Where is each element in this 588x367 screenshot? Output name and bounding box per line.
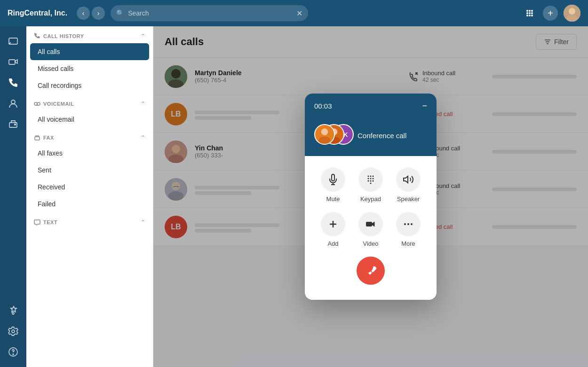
svg-point-18 [12, 330, 15, 333]
more-icon [403, 219, 414, 230]
mute-label: Mute [326, 195, 340, 203]
fax-small-icon [34, 134, 40, 141]
nav-buttons: ‹ › [77, 7, 105, 20]
svg-point-63 [404, 223, 406, 225]
sidebar-item-received[interactable]: Received [30, 179, 149, 195]
add-icon-wrapper [321, 212, 345, 236]
keypad-icon [365, 174, 376, 185]
keypad-label: Keypad [360, 195, 381, 203]
phone-icon-bar-item[interactable] [4, 73, 23, 92]
svg-point-3 [526, 12, 528, 14]
topbar: RingCentral, Inc. ‹ › 🔍 ✕ + [0, 0, 588, 26]
svg-point-5 [531, 12, 533, 14]
voicemail-icon [34, 101, 40, 107]
back-button[interactable]: ‹ [77, 7, 90, 20]
search-clear-icon[interactable]: ✕ [296, 9, 302, 18]
svg-point-51 [373, 176, 374, 177]
end-call-button[interactable] [357, 257, 385, 285]
sidebar-section-voicemail: VOICEMAIL ⌃ All voicemail [26, 94, 153, 128]
add-label: Add [327, 240, 338, 247]
mute-icon [327, 174, 339, 185]
svg-rect-62 [366, 222, 372, 226]
video-icon-bar-item[interactable] [4, 53, 23, 71]
text-header[interactable]: TEXT ⌃ [26, 212, 153, 229]
messaging-icon [8, 36, 18, 47]
avatar-image [564, 5, 580, 22]
help-icon-bar-item[interactable] [4, 343, 23, 361]
sidebar-item-all-voicemail[interactable]: All voicemail [30, 111, 149, 128]
svg-rect-16 [15, 124, 16, 125]
fax-icon-bar-item[interactable] [4, 115, 23, 133]
modal-overlay: 00:03 − [153, 26, 588, 367]
add-icon [327, 219, 339, 230]
text-icon [34, 219, 40, 226]
phone-small-icon [34, 33, 40, 39]
help-icon [8, 347, 18, 357]
voicemail-header[interactable]: VOICEMAIL ⌃ [26, 94, 153, 111]
sidebar-item-all-faxes[interactable]: All faxes [30, 145, 149, 162]
more-button[interactable]: More [396, 212, 421, 247]
more-label: More [401, 240, 415, 247]
speaker-icon [403, 174, 414, 185]
add-button[interactable]: + [543, 6, 558, 21]
svg-point-55 [368, 180, 369, 182]
sidebar-section-call-history: CALL HISTORY ⌃ All calls Missed calls Ca… [26, 26, 153, 94]
settings-icon-bar-item[interactable] [4, 322, 23, 341]
sidebar-item-all-calls[interactable]: All calls [30, 43, 149, 60]
apps-button[interactable] [522, 6, 537, 21]
contacts-icon-bar-item[interactable] [4, 94, 23, 113]
fax-chevron: ⌃ [141, 134, 145, 141]
video-icon [8, 57, 18, 67]
sidebar-item-missed-calls[interactable]: Missed calls [30, 60, 149, 77]
extensions-icon-bar-item[interactable] [4, 301, 23, 320]
svg-point-57 [373, 180, 374, 182]
search-bar[interactable]: 🔍 ✕ [111, 5, 308, 21]
main-content: All calls Filter [153, 26, 588, 367]
mute-button[interactable]: Mute [321, 167, 345, 203]
mute-icon-wrapper [321, 167, 345, 192]
call-history-title: CALL HISTORY [34, 33, 84, 39]
main-layout: CALL HISTORY ⌃ All calls Missed calls Ca… [0, 26, 588, 367]
search-input[interactable] [128, 9, 293, 17]
fax-header[interactable]: FAX ⌃ [26, 128, 153, 145]
svg-point-22 [37, 102, 40, 105]
sidebar-item-call-recordings[interactable]: Call recordings [30, 77, 149, 94]
svg-point-17 [12, 312, 14, 314]
extensions-icon [8, 305, 18, 316]
video-button[interactable]: Video [358, 212, 383, 247]
svg-point-56 [370, 180, 372, 182]
svg-point-4 [529, 12, 531, 14]
contacts-icon [8, 98, 18, 109]
svg-point-49 [368, 176, 369, 177]
svg-point-1 [529, 10, 531, 12]
svg-point-10 [569, 8, 575, 15]
add-call-button[interactable]: Add [321, 212, 345, 247]
user-avatar[interactable] [564, 5, 580, 22]
call-modal-conference: KK Conference call [305, 118, 437, 156]
svg-point-2 [531, 10, 533, 12]
voicemail-title: VOICEMAIL [34, 101, 74, 107]
phone-icon [8, 78, 18, 88]
call-modal-actions: Mute [305, 156, 437, 300]
speaker-button[interactable]: Speaker [396, 167, 421, 203]
messaging-icon-bar-item[interactable] [4, 32, 23, 51]
conference-avatar-1 [314, 124, 335, 145]
svg-point-6 [526, 15, 528, 16]
sidebar-section-text: TEXT ⌃ [26, 212, 153, 229]
call-history-header[interactable]: CALL HISTORY ⌃ [26, 26, 153, 43]
video-label: Video [363, 240, 378, 247]
call-modal-header: 00:03 − [305, 94, 437, 118]
icon-bar-bottom [4, 301, 23, 361]
conference-label: Conference call [358, 132, 406, 140]
minimize-button[interactable]: − [422, 101, 427, 111]
svg-marker-59 [404, 176, 408, 183]
forward-button[interactable]: › [92, 7, 105, 20]
sidebar-item-sent[interactable]: Sent [30, 162, 149, 179]
call-history-chevron: ⌃ [141, 33, 145, 39]
svg-point-65 [411, 223, 413, 225]
keypad-button[interactable]: Keypad [358, 167, 383, 203]
more-icon-wrapper [396, 212, 421, 236]
svg-point-58 [370, 183, 372, 184]
sidebar-item-failed[interactable]: Failed [30, 195, 149, 212]
svg-rect-24 [35, 137, 40, 140]
